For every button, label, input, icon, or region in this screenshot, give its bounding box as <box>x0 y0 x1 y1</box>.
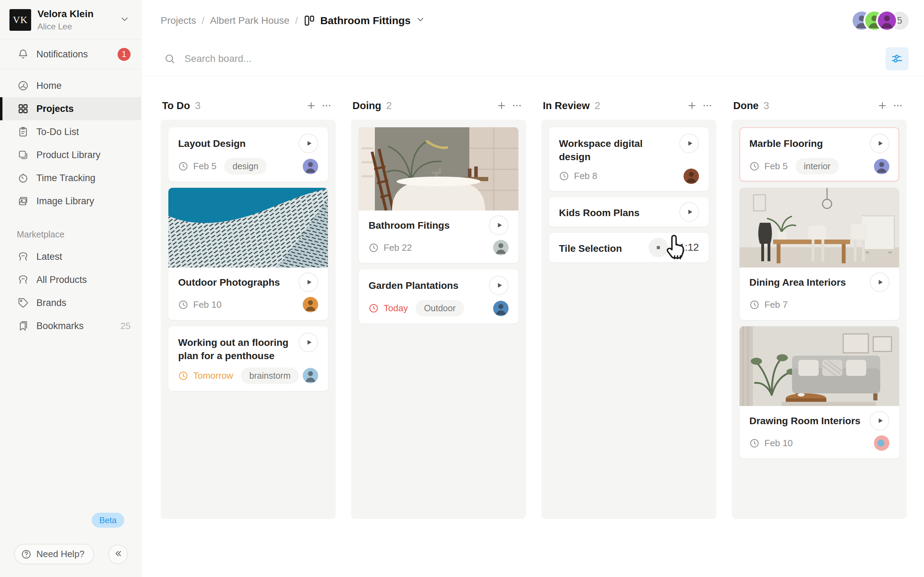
card-cover-image <box>740 326 899 406</box>
sidebar-item-all-products[interactable]: All Products <box>0 268 141 291</box>
column-to-do: To Do 3 Layout Design <box>161 98 336 519</box>
assignee-avatar <box>874 435 889 451</box>
breadcrumb-projects[interactable]: Projects <box>161 15 196 26</box>
breadcrumb-albert-park-house[interactable]: Albert Park House <box>210 15 289 26</box>
sidebar-item-time-tracking[interactable]: Time Tracking <box>0 166 141 190</box>
card-title: Workspace digital design <box>559 134 674 164</box>
card-workspace-digital-design[interactable]: Workspace digital design Feb 8 <box>549 127 709 191</box>
start-timer-button[interactable] <box>679 202 699 222</box>
due-date: Feb 5 <box>764 161 788 172</box>
column-in-review: In Review 2 Workspace digital design <box>541 98 716 519</box>
sidebar-item-label: Bookmarks <box>36 321 120 332</box>
sidebar-item-label: Product Library <box>36 150 131 161</box>
card-marble-flooring[interactable]: Marble Flooring Feb 5 interior <box>740 127 899 182</box>
play-icon <box>305 338 313 347</box>
add-card-button[interactable] <box>494 98 509 113</box>
column-body: Bathroom Fitings Feb 22 <box>351 119 526 519</box>
sidebar-item-product-library[interactable]: Product Library <box>0 143 141 166</box>
column-title: To Do <box>162 100 190 111</box>
search-bar <box>142 41 924 76</box>
app: VK Velora Klein Alice Lee Notifications … <box>0 0 924 577</box>
topbar: Projects / Albert Park House / Bathroom … <box>142 0 924 41</box>
column-title: Done <box>733 100 759 111</box>
card-tile-selection[interactable]: Tile Selection 11:12 <box>549 233 709 262</box>
column-more-button[interactable] <box>509 98 525 113</box>
start-timer-button[interactable] <box>299 272 318 292</box>
start-timer-button[interactable] <box>489 276 509 295</box>
due-date: Feb 5 <box>193 161 216 172</box>
sidebar-item-notifications[interactable]: Notifications 1 <box>0 40 141 69</box>
clock-icon <box>750 161 759 171</box>
sidebar-item-latest[interactable]: Latest <box>0 245 141 268</box>
notification-badge: 1 <box>118 48 131 61</box>
sidebar-item-todo-list[interactable]: To-Do List <box>0 120 141 143</box>
breadcrumb: Projects / Albert Park House / Bathroom … <box>161 15 853 27</box>
card-outdoor-photographs[interactable]: Outdoor Photographs Feb 10 <box>168 188 328 320</box>
sidebar-item-home[interactable]: Home <box>0 74 141 97</box>
add-card-button[interactable] <box>875 98 890 113</box>
clock-icon <box>178 161 188 171</box>
assignee-avatar <box>874 159 889 174</box>
column-more-button[interactable] <box>319 98 334 113</box>
breadcrumb-separator: / <box>295 15 298 26</box>
card-garden-plantations[interactable]: Garden Plantations Today Outdoor <box>359 269 519 324</box>
column-more-button[interactable] <box>699 98 715 113</box>
assignee-avatar <box>303 368 318 383</box>
start-timer-button[interactable] <box>870 134 889 153</box>
board-filter-button[interactable] <box>885 47 909 70</box>
start-timer-button[interactable] <box>870 272 889 292</box>
start-timer-button[interactable] <box>870 411 889 430</box>
kanban-board-icon <box>304 15 315 27</box>
todo-clipboard-icon <box>18 126 29 137</box>
assignee-avatar <box>493 240 509 255</box>
card-layout-design[interactable]: Layout Design Feb 5 design <box>168 127 328 182</box>
sidebar-item-projects[interactable]: Projects <box>0 97 141 120</box>
tag-badge: brainstorm <box>241 367 299 384</box>
need-help-button[interactable]: Need Help? <box>14 544 94 564</box>
card-kids-room-plans[interactable]: Kids Room Plans <box>549 197 709 227</box>
column-count: 3 <box>764 100 875 111</box>
sidebar-item-bookmarks[interactable]: Bookmarks 25 <box>0 314 141 337</box>
column-header: Done 3 <box>732 98 907 113</box>
card-flooring-plan[interactable]: Working out an flooring plan for a penth… <box>168 326 328 391</box>
column-doing: Doing 2 <box>351 98 526 519</box>
collapse-sidebar-button[interactable] <box>108 545 128 564</box>
double-chevron-left-icon <box>113 548 123 560</box>
sidebar-item-label: To-Do List <box>36 127 131 137</box>
card-drawing-room-interiors[interactable]: Drawing Room Interiors Feb 10 <box>740 326 899 458</box>
column-more-button[interactable] <box>890 98 905 113</box>
card-dining-area-interiors[interactable]: Dining Area Interiors Feb 7 <box>740 188 899 320</box>
clock-icon <box>368 243 379 253</box>
start-timer-button[interactable] <box>679 134 699 153</box>
column-title: Doing <box>352 100 381 111</box>
add-card-button[interactable] <box>684 98 699 113</box>
sidebar-item-label: Time Tracking <box>36 173 131 184</box>
product-library-icon <box>18 149 29 161</box>
workspace-switcher[interactable]: VK Velora Klein Alice Lee <box>0 0 141 39</box>
board-title-dropdown[interactable]: Bathroom Fittings <box>304 15 425 27</box>
plus-icon <box>496 100 507 111</box>
column-body: Layout Design Feb 5 design <box>161 119 336 519</box>
add-card-button[interactable] <box>304 98 319 113</box>
card-bathroom-fitings[interactable]: Bathroom Fitings Feb 22 <box>359 127 519 263</box>
sidebar-item-brands[interactable]: Brands <box>0 291 141 314</box>
board-members[interactable]: 5 <box>853 11 909 30</box>
tag-badge: Outdoor <box>415 300 464 316</box>
card-title: Drawing Room Interiors <box>750 411 864 428</box>
stop-timer-button[interactable] <box>649 238 668 257</box>
search-input[interactable] <box>184 53 885 64</box>
image-library-icon <box>18 195 29 207</box>
due-date: Feb 7 <box>764 299 788 310</box>
start-timer-button[interactable] <box>299 332 318 352</box>
start-timer-button[interactable] <box>299 134 318 153</box>
start-timer-button[interactable] <box>489 215 509 235</box>
ellipsis-icon <box>321 100 332 111</box>
sidebar: VK Velora Klein Alice Lee Notifications … <box>0 0 141 577</box>
card-title: Dining Area Interiors <box>750 272 864 289</box>
card-title: Layout Design <box>178 134 293 150</box>
chair-icon <box>18 251 29 262</box>
card-title: Garden Plantations <box>368 276 483 292</box>
sidebar-item-image-library[interactable]: Image Library <box>0 190 141 213</box>
timer-value: 11:12 <box>674 242 699 253</box>
clock-icon <box>750 300 759 310</box>
